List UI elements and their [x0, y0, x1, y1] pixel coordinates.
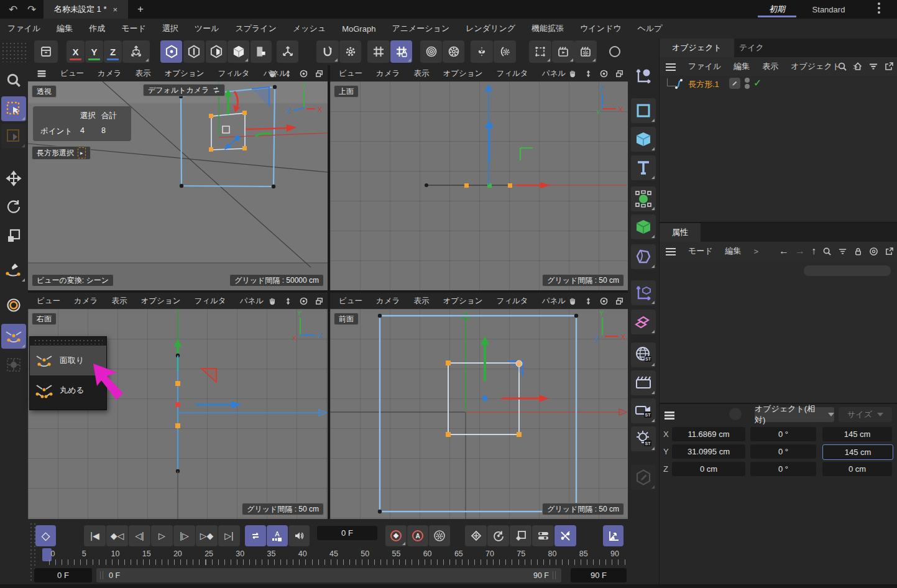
tab-attributes[interactable]: 属性: [660, 223, 701, 242]
tool-settings-icon[interactable]: [494, 40, 516, 63]
record-keyframe-button[interactable]: [385, 525, 407, 546]
range-start-field[interactable]: 0 F: [34, 568, 92, 582]
viewport-menu-item[interactable]: フィルタ: [496, 68, 528, 79]
viewport-menu-item[interactable]: カメラ: [98, 68, 121, 79]
rotation-b-field[interactable]: 0 °: [750, 462, 816, 476]
up-arrow-icon[interactable]: ↑: [811, 246, 816, 257]
dolly-icon[interactable]: [584, 69, 593, 78]
render-view-icon[interactable]: [552, 40, 574, 63]
render-region-icon[interactable]: [529, 40, 551, 63]
object-manager-menu-item[interactable]: オブジェクト: [791, 61, 840, 72]
visibility-dot-bottom[interactable]: [745, 84, 750, 89]
pan-hand-icon[interactable]: [568, 69, 577, 78]
modeling-axis-icon[interactable]: [631, 280, 656, 305]
volume-builder-icon[interactable]: [631, 244, 656, 269]
workplane-grid-icon[interactable]: [367, 40, 390, 63]
viewport-menu-item[interactable]: カメラ: [74, 296, 98, 306]
attributes-menu-item[interactable]: モード: [688, 246, 713, 257]
edit-toggle-chip[interactable]: [729, 78, 740, 89]
points-mode-button[interactable]: [160, 40, 182, 63]
menubar-item[interactable]: 機能拡張: [531, 23, 564, 34]
hamburger-icon[interactable]: [666, 63, 676, 65]
dolly-icon[interactable]: [283, 296, 293, 306]
tool-hint-chip[interactable]: 長方形選択 ▸: [32, 146, 91, 160]
model-mode-button[interactable]: [228, 40, 249, 63]
dolly-icon[interactable]: [584, 296, 593, 306]
size-x-field[interactable]: 145 cm: [822, 427, 892, 441]
layout-tab-default[interactable]: 初期: [755, 0, 799, 19]
position-x-field[interactable]: 11.6869 cm: [672, 427, 745, 441]
key-position-toggle[interactable]: [465, 525, 487, 546]
undo-icon[interactable]: ↶: [5, 2, 21, 17]
size-y-field-focused[interactable]: 145 cm: [822, 444, 893, 460]
attributes-menu-item[interactable]: 編集: [725, 246, 742, 257]
object-manager-menu-item[interactable]: 表示: [762, 61, 778, 72]
camera-chip[interactable]: デフォルトカメラ: [143, 84, 225, 96]
filter-icon[interactable]: [838, 247, 847, 256]
stage-object-icon[interactable]: [631, 370, 656, 395]
hamburger-icon[interactable]: [665, 411, 674, 413]
search-commander-icon[interactable]: [1, 68, 26, 93]
tab-objects[interactable]: オブジェクト: [660, 39, 734, 57]
lock-y-axis-button[interactable]: Y: [85, 40, 103, 63]
render-options-gear-icon[interactable]: [443, 40, 464, 63]
maximize-view-icon[interactable]: [615, 296, 624, 306]
key-scale-toggle[interactable]: [510, 525, 531, 546]
lock-z-axis-button[interactable]: Z: [104, 40, 122, 63]
cube-primitive-icon[interactable]: [631, 127, 656, 152]
transport-button[interactable]: ▷◆: [196, 525, 218, 546]
rotation-p-field[interactable]: 0 °: [750, 444, 816, 459]
lock-icon[interactable]: [853, 247, 863, 256]
filter-icon[interactable]: [868, 62, 878, 71]
camera-swap-icon[interactable]: [213, 86, 220, 94]
orbit-icon[interactable]: [599, 296, 609, 306]
hamburger-icon[interactable]: [38, 70, 46, 71]
range-end-field[interactable]: 90 F: [571, 568, 627, 582]
rotate-tool[interactable]: [1, 195, 26, 219]
axis-workplane-icon[interactable]: [631, 64, 656, 89]
rotation-h-field[interactable]: 0 °: [750, 427, 816, 441]
menubar-item[interactable]: 選択: [162, 23, 178, 34]
maximize-view-icon[interactable]: [615, 69, 624, 78]
dolly-icon[interactable]: [283, 69, 293, 78]
popout-icon[interactable]: [885, 247, 894, 256]
loop-playback-button[interactable]: [245, 525, 266, 546]
menubar-item[interactable]: 編集: [57, 23, 73, 34]
popout-icon[interactable]: [884, 62, 894, 71]
keyframe-settings-gear-icon[interactable]: [429, 525, 450, 546]
autokey-mode-button[interactable]: A: [267, 525, 288, 546]
viewport-menu-item[interactable]: オプション: [443, 296, 482, 306]
home-icon[interactable]: [853, 62, 863, 71]
coordinate-system-icon[interactable]: [122, 40, 150, 63]
range-left-grip[interactable]: [100, 571, 105, 579]
pen-spline-tool[interactable]: [1, 258, 26, 283]
object-tree[interactable]: 長方形.1 ✓: [660, 76, 897, 223]
viewport-menu-item[interactable]: パネル: [542, 296, 566, 306]
texture-mode-button[interactable]: [251, 40, 272, 63]
previous-selection-tool[interactable]: [1, 124, 26, 149]
key-pla-toggle[interactable]: [554, 525, 576, 546]
camera-object-icon[interactable]: ST: [631, 398, 656, 423]
front-canvas[interactable]: Y X Z 前面 グリッド間隔 : 50 cm: [330, 309, 628, 519]
position-y-field[interactable]: 31.0995 cm: [672, 444, 745, 459]
make-keyframe-button[interactable]: ◇: [35, 525, 56, 546]
manager-window-icon[interactable]: [34, 40, 58, 63]
polygon-mode-button[interactable]: [206, 40, 227, 63]
menubar-item[interactable]: ウインドウ: [580, 23, 622, 34]
scale-tool[interactable]: [1, 223, 26, 248]
viewport-menu-item[interactable]: オプション: [140, 296, 180, 306]
viewport-menu-item[interactable]: 表示: [135, 68, 150, 79]
timeline-range-slider[interactable]: 0 F 90 F: [96, 568, 561, 582]
orbit-icon[interactable]: [299, 296, 308, 306]
toolbar-grip[interactable]: [1, 42, 29, 62]
timeline-ruler-ticks[interactable]: [49, 559, 626, 565]
object-manager-menu-item[interactable]: ファイル: [688, 61, 721, 72]
autokey-record-button[interactable]: A: [407, 525, 428, 546]
text-primitive-icon[interactable]: [631, 155, 656, 180]
back-arrow-icon[interactable]: ←: [779, 246, 789, 257]
perspective-canvas[interactable]: Y Z X 透視 デフォルトカメラ 選択 合計 ポイント 4 8: [28, 81, 328, 290]
object-name[interactable]: 長方形.1: [688, 79, 719, 90]
viewport-menu-item[interactable]: オプション: [164, 68, 204, 79]
subdivision-generator-icon[interactable]: [631, 186, 656, 211]
circle-spline-tool[interactable]: [1, 293, 26, 318]
